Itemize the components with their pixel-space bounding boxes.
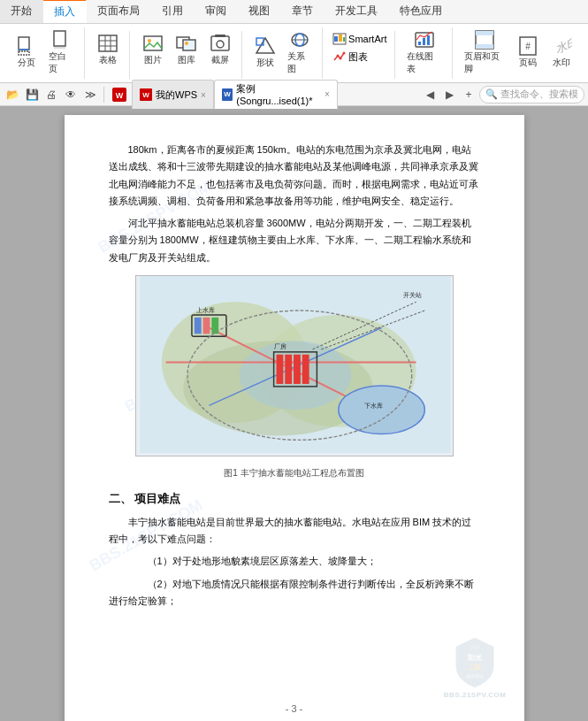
svg-rect-10 bbox=[144, 36, 162, 50]
svg-text:2007: 2007 bbox=[470, 646, 480, 651]
headerfoot-button[interactable]: 页眉和页脚 bbox=[460, 27, 510, 77]
blankpage-button[interactable]: 空白页 bbox=[44, 27, 79, 77]
tab-next-button[interactable]: ▶ bbox=[440, 86, 458, 104]
tab-features[interactable]: 特色应用 bbox=[389, 0, 454, 23]
tab-reference[interactable]: 引用 bbox=[151, 0, 195, 23]
shape-button[interactable]: 形状 bbox=[249, 34, 281, 71]
doctab-case[interactable]: W 案例(Songru...ised(1)* × bbox=[214, 80, 338, 109]
tab-insert[interactable]: 插入 bbox=[43, 0, 87, 23]
svg-rect-35 bbox=[476, 31, 493, 35]
open-folder-button[interactable]: 📂 bbox=[4, 86, 21, 104]
section2-para-0: 丰宁抽水蓄能电站是目前世界最大的抽水蓄能电站。水电站在应用 BIM 技术的过程中… bbox=[109, 514, 480, 548]
svg-point-28 bbox=[340, 58, 342, 60]
svg-point-59 bbox=[338, 386, 424, 434]
wps-logo-icon: W bbox=[112, 88, 126, 102]
relation-label: 关系图 bbox=[287, 50, 313, 75]
search-icon: 🔍 bbox=[485, 88, 498, 100]
svg-rect-58 bbox=[302, 355, 309, 384]
map-svg: 上水库 厂房 下水库 开关站 bbox=[136, 276, 454, 453]
gallery-label: 图库 bbox=[178, 54, 195, 66]
svg-text:阳光: 阳光 bbox=[468, 655, 482, 663]
ribbon-group-shapes: 形状 关系图 bbox=[244, 27, 324, 79]
tab-chapter[interactable]: 章节 bbox=[281, 0, 325, 23]
ribbon: 开始 插入 页面布局 引用 审阅 视图 章节 开发工具 特色应用 分页 bbox=[0, 0, 588, 83]
svg-rect-55 bbox=[276, 355, 283, 384]
watermark-button[interactable]: 水印 水印 bbox=[546, 34, 577, 71]
image-label: 图片 bbox=[144, 54, 162, 66]
svg-point-14 bbox=[185, 42, 188, 45]
svg-text:厂房: 厂房 bbox=[273, 343, 286, 349]
relation-button[interactable]: 关系图 bbox=[283, 27, 317, 77]
doctab-mywps-label: 我的WPS bbox=[156, 88, 197, 102]
svg-rect-3 bbox=[54, 31, 65, 46]
ribbon-group-table: 表格 bbox=[87, 31, 130, 79]
watermark-icon: 水印 bbox=[551, 35, 572, 57]
doctab-mywps[interactable]: W 我的WPS × bbox=[132, 80, 214, 109]
svg-rect-32 bbox=[423, 38, 425, 45]
table-label: 表格 bbox=[99, 54, 117, 66]
logo-watermark: 阳光 工匠 光伏论坛 2007 BBS.21SPV.COM bbox=[444, 636, 507, 702]
tab-prev-button[interactable]: ◀ bbox=[421, 86, 439, 104]
svg-text:W: W bbox=[116, 91, 124, 100]
svg-text:光伏论坛: 光伏论坛 bbox=[466, 674, 484, 679]
more-btn[interactable]: ≫ bbox=[81, 86, 99, 104]
tab-review[interactable]: 审阅 bbox=[195, 0, 238, 23]
tab-pagelayout[interactable]: 页面布局 bbox=[87, 0, 151, 23]
svg-text:工匠: 工匠 bbox=[469, 664, 481, 671]
pagebreak-label: 分页 bbox=[18, 57, 35, 69]
section2-title: 二、 项目难点 bbox=[109, 489, 480, 509]
svg-rect-56 bbox=[285, 355, 292, 384]
table-button[interactable]: 表格 bbox=[92, 31, 124, 68]
table-icon bbox=[97, 33, 118, 54]
svg-rect-25 bbox=[339, 35, 342, 42]
ribbon-group-pagebreak: 分页 空白页 bbox=[5, 27, 85, 79]
doctab-case-close[interactable]: × bbox=[325, 89, 330, 99]
pagebreak-icon bbox=[16, 35, 37, 57]
svg-rect-5 bbox=[99, 35, 117, 51]
ribbon-group-smartart: SmartArt 图表 bbox=[325, 31, 395, 79]
chart-label: 图表 bbox=[348, 50, 368, 64]
wps-tab-icon: W bbox=[140, 88, 152, 101]
doctab-mywps-close[interactable]: × bbox=[201, 90, 206, 100]
svg-rect-26 bbox=[343, 37, 345, 42]
svg-text:水印: 水印 bbox=[553, 35, 572, 56]
doctab-case-label: 案例(Songru...ised(1)* bbox=[236, 82, 321, 106]
doc-figure: 上水库 厂房 下水库 开关站 bbox=[135, 275, 454, 456]
save-button[interactable]: 💾 bbox=[23, 86, 41, 104]
chart-button[interactable]: 图表 bbox=[330, 49, 389, 65]
watermark-label: 水印 bbox=[553, 57, 570, 69]
page-number: - 3 - bbox=[286, 701, 303, 717]
print-button[interactable]: 🖨 bbox=[42, 86, 60, 104]
pagenum-label: 页码 bbox=[519, 57, 537, 69]
preview-button[interactable]: 👁 bbox=[62, 86, 80, 104]
svg-rect-16 bbox=[215, 35, 225, 37]
tab-start[interactable]: 开始 bbox=[0, 0, 43, 23]
image-button[interactable]: 图片 bbox=[137, 31, 169, 68]
svg-rect-2 bbox=[19, 51, 29, 55]
shape-label: 形状 bbox=[256, 57, 274, 69]
gallery-button[interactable]: 图库 bbox=[171, 31, 202, 68]
tab-view[interactable]: 视图 bbox=[238, 0, 281, 23]
smartart-button[interactable]: SmartArt bbox=[330, 31, 389, 47]
onlinechart-button[interactable]: 在线图表 bbox=[402, 27, 446, 77]
ribbon-group-onlinechart: 在线图表 bbox=[397, 27, 452, 79]
screenshot-button[interactable]: 截屏 bbox=[204, 31, 236, 68]
screenshot-icon bbox=[210, 33, 231, 54]
smartart-label: SmartArt bbox=[348, 34, 386, 44]
tab-devtools[interactable]: 开发工具 bbox=[325, 0, 389, 23]
tab-actions: ◀ ▶ + 🔍 查找命令、搜索模 bbox=[421, 86, 584, 104]
onlinechart-icon bbox=[414, 29, 435, 50]
tab-add-button[interactable]: + bbox=[460, 86, 477, 104]
pagebreak-button[interactable]: 分页 bbox=[11, 34, 42, 71]
logo-shield-icon: 阳光 工匠 光伏论坛 2007 bbox=[451, 636, 499, 689]
search-box[interactable]: 🔍 查找命令、搜索模 bbox=[479, 86, 584, 104]
ribbon-group-image: 图片 图库 截屏 bbox=[132, 31, 242, 79]
pagenum-button[interactable]: # 页码 bbox=[512, 34, 544, 71]
headerfoot-icon bbox=[474, 29, 495, 50]
svg-rect-33 bbox=[427, 35, 430, 45]
word-tab-icon: W bbox=[222, 88, 233, 101]
svg-rect-36 bbox=[476, 44, 493, 49]
paragraph-1: 180km，距离各市的夏候距离 150km。电站的东电范围为京承及冀北电网，电站… bbox=[109, 142, 480, 210]
svg-point-27 bbox=[337, 55, 340, 58]
section2-para-2: （2）对地下地质情况只能根据有限控制条件进行判断传出，全反析跨乘不断进行给定验算… bbox=[109, 576, 480, 610]
